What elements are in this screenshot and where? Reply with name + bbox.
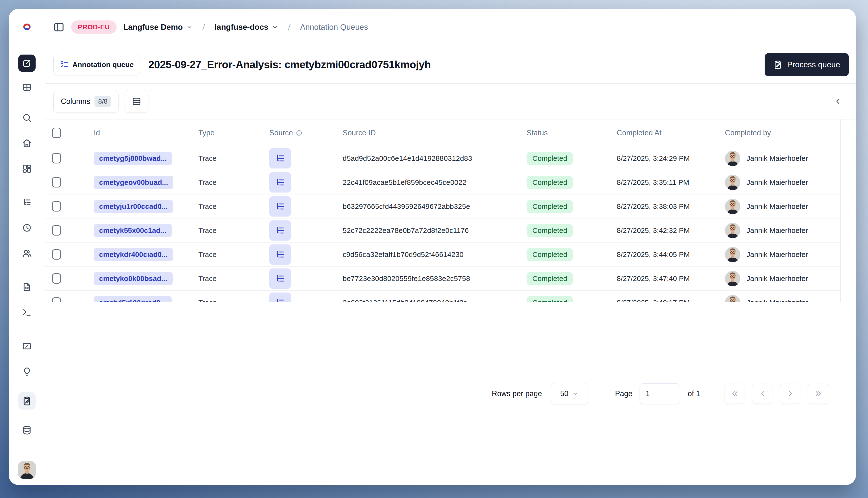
row-type: Trace [198,226,217,235]
list-tree-icon [275,201,285,211]
table-row: cmetyko0k00bsad...Tracebe7723e30d8020559… [45,266,840,291]
breadcrumb-separator [285,22,293,33]
row-id-link[interactable]: cmetygeov00buad... [94,176,173,189]
sidebar [9,9,45,485]
row-type: Trace [198,202,217,211]
list-tree-icon [275,153,285,163]
sidebar-item-file-code-icon[interactable] [22,282,32,292]
row-checkbox[interactable] [52,201,61,211]
column-header-id: Id [87,129,192,137]
row-type: Trace [198,154,217,162]
right-rail [840,119,856,302]
sidebar-item-list-tree-icon[interactable] [22,198,32,207]
row-completed-at: 8/27/2025, 3:38:03 PM [617,202,690,211]
columns-button[interactable]: Columns 8/8 [53,90,118,113]
sidebar-toggle-icon[interactable] [53,22,64,33]
app-window: PROD-EU Langfuse Demo langfuse-docs Anno… [9,9,856,485]
sidebar-group [22,282,32,317]
sidebar-top-section [9,46,45,102]
source-trace-link[interactable] [269,196,291,217]
row-id-link[interactable]: cmetyko0k00bsad... [94,272,173,285]
collapse-panel-button[interactable] [831,95,844,108]
list-todo-icon [60,60,68,69]
sidebar-item-home-icon[interactable] [22,139,32,148]
source-trace-link[interactable] [269,172,291,193]
chevron-left-icon [834,97,842,106]
sidebar-group [22,113,32,173]
columns-count-badge: 8/8 [94,96,111,107]
source-trace-link[interactable] [269,268,291,289]
row-checkbox[interactable] [52,153,61,163]
column-header-source-id: Source ID [336,129,520,137]
sidebar-nav [9,102,45,435]
row-completed-at: 8/27/2025, 3:44:05 PM [617,250,690,259]
sidebar-item-users-icon[interactable] [22,249,32,258]
row-source-id: c9d56ca32efaff1b70d9d52f46614230 [342,250,464,259]
sidebar-item-terminal-icon[interactable] [22,307,32,317]
sidebar-item-database-icon[interactable] [22,425,32,435]
page-number-input[interactable] [639,383,680,404]
column-header-source: Source [263,129,336,137]
row-id-link[interactable]: cmetykdr400ciad0... [94,248,173,261]
column-header-type: Type [192,129,263,137]
sidebar-item-clock-icon[interactable] [22,223,32,233]
breadcrumb-current: Annotation Queues [300,23,368,32]
row-source-id: 52c72c2222ea78e0b7a72d8f2e0c1176 [342,226,469,235]
page-total-label: of 1 [688,389,700,398]
table-wrap: Id Type Source Source ID Status Complete… [45,119,856,302]
row-checkbox[interactable] [52,177,61,187]
topbar: PROD-EU Langfuse Demo langfuse-docs Anno… [45,9,856,46]
list-tree-icon [275,274,285,284]
sidebar-logo-area [9,9,45,46]
chevron-down-icon [572,390,579,397]
status-badge: Completed [527,152,573,165]
column-header-completed-by: Completed by [718,129,840,137]
row-completed-at: 8/27/2025, 3:47:40 PM [617,274,690,283]
chevron-down-icon [186,24,193,30]
user-avatar[interactable] [18,461,36,479]
sidebar-item-grid-panels-icon[interactable] [22,82,32,92]
sidebar-item-external-link-icon[interactable] [18,55,36,72]
source-trace-link[interactable] [269,220,291,240]
sidebar-item-search-icon[interactable] [22,113,32,122]
row-id-link[interactable]: cmetyk55x00c1ad... [94,224,172,237]
list-tree-icon [275,249,285,260]
sidebar-item-dashboard-icon[interactable] [22,164,32,173]
first-page-button[interactable] [724,384,746,404]
source-trace-link[interactable] [269,245,291,265]
status-badge: Completed [527,224,573,237]
row-type: Trace [198,250,217,259]
table-row: cmetyk55x00c1ad...Trace52c72c2222ea78e0b… [45,219,840,243]
rows-icon [132,96,141,106]
row-checkbox[interactable] [52,225,61,236]
row-checkbox[interactable] [52,273,61,284]
chevrons-left-icon [731,390,739,398]
avatar [725,199,740,214]
source-trace-link[interactable] [269,148,291,169]
row-checkbox[interactable] [52,249,61,260]
table-toolbar: Columns 8/8 [45,84,856,119]
row-id-link[interactable]: cmetyg5j800bwad... [94,152,172,165]
select-all-checkbox[interactable] [52,128,61,138]
chevron-down-icon [272,24,278,30]
page-title: 2025-09-27_Error-Analysis: cmetybzmi00cr… [148,58,431,71]
row-id-link[interactable]: cmetyju1r00ccad0... [94,200,173,213]
row-completed-by: Jannik Maierhoefer [747,178,808,186]
main-area: PROD-EU Langfuse Demo langfuse-docs Anno… [45,9,856,485]
sidebar-item-clipboard-pen-icon[interactable] [18,392,36,409]
next-page-button[interactable] [780,384,801,404]
row-completed-at: 8/27/2025, 3:42:32 PM [617,226,690,235]
rows-per-page-select[interactable]: 50 [551,383,588,404]
status-badge: Completed [527,200,573,213]
previous-page-button[interactable] [752,384,773,404]
column-header-status: Status [520,129,610,137]
table-row: cmetyg5j800bwad...Traced5ad9d52a00c6e14e… [45,146,840,170]
org-switcher[interactable]: Langfuse Demo [124,23,193,32]
sidebar-item-eval-card-icon[interactable] [22,341,32,351]
row-height-button[interactable] [125,90,148,113]
sidebar-item-lightbulb-icon[interactable] [22,367,32,376]
process-queue-button[interactable]: Process queue [765,53,849,76]
project-switcher[interactable]: langfuse-docs [215,23,278,32]
row-source-id: d5ad9d52a00c6e14e1d4192880312d83 [342,154,472,162]
last-page-button[interactable] [808,384,829,404]
